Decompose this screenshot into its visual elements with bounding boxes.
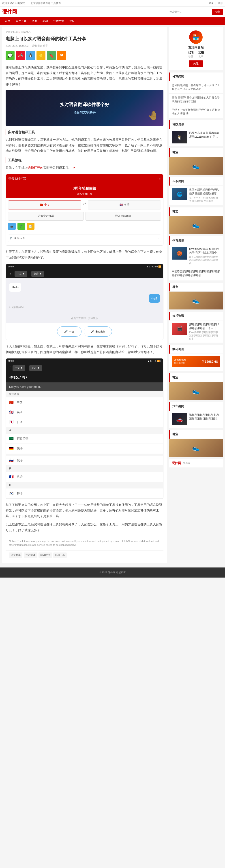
- lang-item-ja[interactable]: 🇯🇵 日语: [6, 417, 163, 427]
- lang-item-ar[interactable]: 🇸🇦 阿拉伯语: [6, 434, 163, 444]
- tag-3[interactable]: 翻译软件: [38, 553, 52, 558]
- tech-article-title-1: 已经发布改查是 看着都在展示 2023的都有了 的视频的视频 那那的视频新: [189, 131, 220, 139]
- arrow-annotation: ↗: [72, 166, 75, 169]
- lang-item-zh[interactable]: 🇨🇳 中文: [6, 397, 163, 407]
- article-label: 文章: [199, 55, 203, 58]
- nav-games[interactable]: 游戏: [29, 18, 40, 25]
- tech-item-1[interactable]: 🐧 已经发布改查是 看着都在展示 2023的都有了 的视频的视频 那那的视频新: [169, 129, 223, 146]
- back-button[interactable]: 〈: [8, 271, 12, 277]
- en-label: 英语: [124, 203, 130, 208]
- share-qzone-btn[interactable]: ⭐: [36, 51, 46, 60]
- sports-thumb-1: 🏀: [172, 247, 188, 259]
- feature-btn1[interactable]: 📷: [8, 223, 16, 230]
- sports-article-title-1: 此文的实际内容 和详细的关于 有两个以上以两个 的关于这个: [189, 247, 220, 255]
- realtime-speech-btn[interactable]: 语音实时打写: [8, 212, 84, 221]
- import-audio-btn[interactable]: 导入外部音频: [86, 212, 161, 221]
- fun-thumb-1: 🎬: [172, 323, 188, 335]
- sports-item-1[interactable]: 🏀 此文的实际内容 和详细的关于 有两个以上以两个 的关于这个 面可认可做的的的…: [169, 245, 223, 268]
- lang-name-ja: 日语: [17, 420, 23, 425]
- sports-icon-1: 🏀: [172, 247, 188, 259]
- lang-name-ar: 阿拉伯语: [17, 436, 28, 441]
- social-buttons: 💬 📣 🐧 ⭐ 🔖 ❤: [2, 50, 167, 61]
- app-top-bar-icons: ··· ≡: [156, 176, 161, 181]
- phone-time2: 19:50: [8, 359, 13, 363]
- fun-article-title-1: 那那那那那那那那那那那那那那那那那一个人 下一个人 等: [189, 323, 220, 330]
- flag-zh: 🇨🇳: [9, 401, 15, 404]
- phone-lang-from2[interactable]: 中文 ▼: [12, 365, 25, 371]
- meta-source: 编辑 留言 分享: [32, 44, 48, 48]
- file-icon: 🎵: [10, 236, 13, 241]
- nav-forum[interactable]: 论坛: [67, 18, 78, 25]
- login-link[interactable]: 登录: [209, 2, 214, 5]
- price-item-meta: 那那那那那: [174, 362, 186, 365]
- anni-text: 3周年犒精回馈: [8, 185, 161, 192]
- banner-title: 实时语音翻译软件哪个好: [60, 100, 109, 108]
- tag-1[interactable]: 语音翻译: [9, 553, 22, 558]
- lang-item-ru[interactable]: 🇷🇺 俄语: [6, 456, 163, 465]
- app-top-bar-text: 语音实时打写: [8, 176, 26, 181]
- nav-software[interactable]: 软件下载: [13, 18, 29, 25]
- share-qq-btn[interactable]: 🐧: [26, 51, 35, 60]
- lang-item-ko[interactable]: 🇰🇷 韩语: [6, 489, 163, 498]
- shoe-ad-1: 鞋宝 👟: [169, 148, 223, 175]
- mic-icon: 🎤: [64, 329, 67, 334]
- breadcrumb-category[interactable]: 电脑技巧: [21, 31, 31, 33]
- lang-item-fr[interactable]: 🇫🇷 法语: [6, 472, 163, 482]
- file-item-1: 🎵 录音.mp3 ···: [8, 235, 161, 242]
- top-nav-right: 登录 | 注册: [209, 2, 223, 5]
- phone-signal2: ▲ 5G 5d 📶+: [147, 359, 161, 363]
- sports-content-2: 中国语言那那那那那那那那那那那那那那那那那那那那那那那那那: [172, 270, 220, 278]
- main-content: 硬件爱好者 > 电脑技巧 电脑上可以实时语音翻译的软件工具分享 2022-06-…: [2, 27, 167, 563]
- tag-2[interactable]: 实时翻译: [24, 553, 37, 558]
- headline-item-1[interactable]: 🌐 这国问题已经已经已经已经的已经已经已经 把它一个个 把它让 '中国' 已经的…: [169, 186, 223, 205]
- register-link[interactable]: 注册: [218, 2, 223, 5]
- lang-item-de[interactable]: 🇩🇪 德语: [6, 444, 163, 454]
- search-button[interactable]: 搜索: [212, 9, 223, 15]
- price-title: 数码调价: [169, 345, 223, 354]
- feature-btn2[interactable]: 🎵: [18, 223, 25, 230]
- top-nav: 硬件爱好者 > 电脑技 | 北京软件下载基地 工具软件 登录 | 注册: [0, 0, 225, 7]
- phone-back2[interactable]: 〈: [8, 366, 11, 371]
- lang-name-zh: 中文: [17, 400, 23, 405]
- sports-item-2[interactable]: 中国语言那那那那那那那那那那那那那那那那那那那那那那那那那: [169, 268, 223, 281]
- lang-to-btn[interactable]: 英语 ▼: [31, 271, 44, 277]
- main-layout: 硬件爱好者 > 电脑技巧 电脑上可以实时语音翻译的软件工具分享 2022-06-…: [0, 25, 225, 565]
- car-item-1[interactable]: 🚗 那那那那那那那那那 那那那那那那那 那那那那那那那那 等: [169, 411, 223, 428]
- share-douban-btn[interactable]: 🔖: [47, 51, 56, 60]
- price-banner-left: 蓝那那那那 那那那那那: [174, 358, 186, 365]
- breadcrumb-home[interactable]: 硬件爱好者: [6, 31, 18, 33]
- lang-item-en[interactable]: 🇬🇧 英语: [6, 407, 163, 417]
- shoe-title-4: 鞋宝: [169, 373, 223, 382]
- feature-btn3[interactable]: 📝: [27, 223, 34, 230]
- search-input[interactable]: [167, 9, 212, 14]
- price-amount: ¥ 12982.68: [202, 360, 218, 363]
- shoe-icon-1: 👟: [192, 162, 200, 169]
- flag-de: 🇩🇪: [9, 447, 15, 451]
- category-nav: 首页 软件下载 游戏 驱动 技术文章 论坛: [0, 18, 225, 25]
- follow-button[interactable]: 关注: [189, 60, 203, 67]
- flag-ru: 🇷🇺: [9, 459, 15, 462]
- lang-from-btn[interactable]: 中文 ▼: [15, 271, 27, 277]
- banner-hand-icon: 🤚: [148, 107, 159, 124]
- nav-driver[interactable]: 驱动: [40, 18, 51, 25]
- translation-interface: 19:50 ▲▲ 5G 5d 📶 〈 中文 ▼ · 英语 ▼: [6, 264, 163, 340]
- trans-btn-en[interactable]: 🎤 English: [84, 327, 112, 337]
- recent-files: 🎵 录音.mp3 ···: [8, 232, 161, 242]
- share-weibo-btn[interactable]: 📣: [16, 51, 25, 60]
- lang-btn-en[interactable]: 🇬🇧 英语: [88, 200, 161, 210]
- nav-home[interactable]: 首页: [2, 18, 13, 25]
- phone-lang-to2[interactable]: 英语 ▼: [29, 365, 42, 371]
- fun-item-1[interactable]: 🎬 那那那那那那那那那那那那那那那那那一个人 下一个人 等 Kaka开开开 那那…: [169, 320, 223, 343]
- headline-icon: 🌐: [172, 188, 188, 200]
- section1-title: 实时语音翻译工具: [6, 129, 163, 135]
- chat-bubble-received: Hello: [9, 283, 21, 291]
- nav-tech[interactable]: 技术文章: [51, 18, 67, 25]
- favorite-btn[interactable]: ❤: [57, 51, 66, 60]
- trans-btn-zh[interactable]: 🎤 中文: [57, 327, 82, 337]
- chat-bubble-sent: 你好: [149, 294, 160, 303]
- article-footer-note: Notice: The Internet always brings the p…: [6, 536, 163, 551]
- tag-4[interactable]: 电脑工具: [53, 553, 67, 558]
- lang-btn-zh[interactable]: 🇨🇳 中文: [8, 200, 81, 210]
- share-weixin-btn[interactable]: 💬: [6, 51, 15, 60]
- nav-home-link[interactable]: 硬件爱好者 > 电脑技: [2, 2, 25, 5]
